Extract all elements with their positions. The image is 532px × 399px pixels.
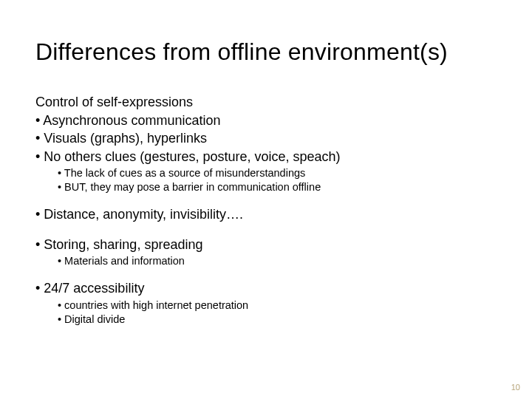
page-number: 10	[511, 383, 520, 392]
slide-body: Control of self-expressions Asynchronous…	[35, 94, 497, 326]
body-line: Distance, anonymity, invisibility….	[35, 206, 497, 223]
body-line: Control of self-expressions	[35, 94, 497, 111]
body-subline: Digital divide	[58, 313, 497, 326]
body-line: Asynchronous communication	[35, 112, 497, 129]
body-line: Storing, sharing, spreading	[35, 236, 497, 253]
body-line: 24/7 accessibility	[35, 280, 497, 297]
body-subline: Materials and information	[58, 254, 497, 267]
body-line: No others clues (gestures, posture, voic…	[35, 149, 497, 166]
slide-title: Differences from offline environment(s)	[35, 38, 497, 66]
slide: Differences from offline environment(s) …	[0, 0, 532, 399]
body-line: Visuals (graphs), hyperlinks	[35, 130, 497, 147]
body-subline: BUT, they may pose a barrier in communic…	[58, 180, 497, 194]
body-subline: The lack of cues as a source of misunder…	[58, 166, 497, 180]
body-subline: countries with high internet penetration	[58, 299, 497, 312]
